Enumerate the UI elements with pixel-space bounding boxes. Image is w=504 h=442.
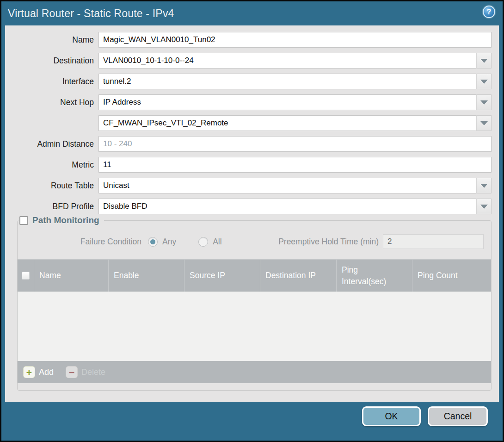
destination-dropdown-button[interactable]: [476, 53, 492, 68]
metric-input[interactable]: [98, 157, 492, 173]
chevron-down-icon: [480, 121, 488, 125]
bfd-profile-label: BFD Profile: [17, 202, 94, 212]
select-all-checkbox[interactable]: [22, 272, 30, 280]
add-button-label: Add: [39, 367, 54, 377]
column-header-destination-ip[interactable]: Destination IP: [260, 260, 337, 292]
path-monitoring-legend: Path Monitoring: [18, 215, 104, 225]
radio-any-label: Any: [162, 237, 176, 247]
preemptive-hold-time-group: Preemptive Hold Time (min): [278, 234, 484, 249]
next-hop-address-dropdown-button[interactable]: [476, 115, 492, 131]
path-monitoring-title: Path Monitoring: [32, 215, 99, 225]
chevron-down-icon: [480, 59, 488, 63]
column-header-source-ip[interactable]: Source IP: [184, 260, 260, 292]
table-header-checkbox-cell: [18, 260, 34, 292]
radio-any[interactable]: [148, 237, 158, 247]
cancel-button[interactable]: Cancel: [428, 406, 488, 426]
delete-button[interactable]: − Delete: [66, 366, 105, 378]
help-icon-glyph: ?: [487, 8, 492, 16]
minus-icon: −: [66, 366, 78, 378]
interface-label: Interface: [17, 77, 94, 87]
table-footer-bar: + Add − Delete: [18, 361, 491, 383]
failure-condition-options: Any All: [148, 237, 240, 247]
form-row-next-hop-address: [17, 115, 492, 131]
column-header-enable[interactable]: Enable: [109, 260, 184, 292]
table-header-row: Name Enable Source IP Destination IP Pin…: [18, 259, 491, 292]
column-header-ping-count[interactable]: Ping Count: [412, 260, 491, 292]
route-table-label: Route Table: [17, 181, 94, 191]
admin-distance-label: Admin Distance: [17, 139, 94, 149]
form-row-interface: Interface: [17, 74, 492, 89]
next-hop-label: Next Hop: [17, 98, 94, 107]
static-route-dialog: Virtual Router - Static Route - IPv4 ? N…: [0, 0, 504, 442]
bfd-profile-dropdown-button[interactable]: [476, 199, 492, 214]
column-header-ping-interval[interactable]: Ping Interval(sec): [337, 260, 412, 292]
route-table-input[interactable]: [98, 178, 476, 193]
destination-label: Destination: [17, 56, 94, 66]
failure-condition-row: Failure Condition Any All Preemptive Hol…: [18, 234, 491, 249]
form-row-destination: Destination: [17, 53, 492, 68]
path-monitoring-table: Name Enable Source IP Destination IP Pin…: [18, 259, 491, 383]
next-hop-type-input[interactable]: [98, 94, 476, 110]
name-input[interactable]: [98, 32, 492, 48]
interface-input[interactable]: [98, 74, 476, 89]
failure-condition-label: Failure Condition: [18, 237, 141, 247]
chevron-down-icon: [480, 184, 488, 188]
path-monitoring-section: Path Monitoring Failure Condition Any Al…: [17, 220, 492, 391]
form-row-next-hop: Next Hop: [17, 94, 492, 110]
form-row-metric: Metric: [17, 157, 492, 173]
destination-input[interactable]: [98, 53, 476, 68]
chevron-down-icon: [480, 205, 488, 209]
form-row-admin-distance: Admin Distance: [17, 136, 492, 152]
radio-all[interactable]: [198, 237, 208, 247]
plus-icon: +: [23, 366, 35, 378]
admin-distance-input[interactable]: [98, 136, 492, 152]
dialog-body: Name Destination Interface: [5, 25, 499, 402]
name-label: Name: [17, 35, 94, 45]
table-body-empty: [18, 292, 491, 361]
metric-label: Metric: [17, 160, 94, 170]
column-header-name[interactable]: Name: [34, 260, 109, 292]
path-monitoring-checkbox[interactable]: [19, 216, 28, 225]
form-row-route-table: Route Table: [17, 178, 492, 193]
help-icon[interactable]: ?: [483, 6, 495, 18]
radio-all-label: All: [213, 237, 221, 247]
route-table-dropdown-button[interactable]: [476, 178, 492, 193]
dialog-footer: OK Cancel: [5, 399, 499, 441]
bfd-profile-input[interactable]: [98, 199, 476, 214]
next-hop-address-input[interactable]: [98, 115, 476, 131]
interface-dropdown-button[interactable]: [476, 74, 492, 89]
preemptive-hold-time-label: Preemptive Hold Time (min): [278, 237, 379, 247]
ok-button[interactable]: OK: [362, 406, 421, 426]
add-button[interactable]: + Add: [23, 366, 54, 378]
dialog-header: Virtual Router - Static Route - IPv4 ?: [1, 1, 503, 25]
chevron-down-icon: [480, 80, 488, 84]
chevron-down-icon: [480, 100, 488, 105]
form-row-bfd-profile: BFD Profile: [17, 199, 492, 214]
dialog-title: Virtual Router - Static Route - IPv4: [8, 7, 174, 20]
form-row-name: Name: [17, 32, 492, 48]
next-hop-type-dropdown-button[interactable]: [476, 94, 492, 110]
preemptive-hold-time-input[interactable]: [383, 234, 484, 249]
delete-button-label: Delete: [81, 367, 105, 377]
